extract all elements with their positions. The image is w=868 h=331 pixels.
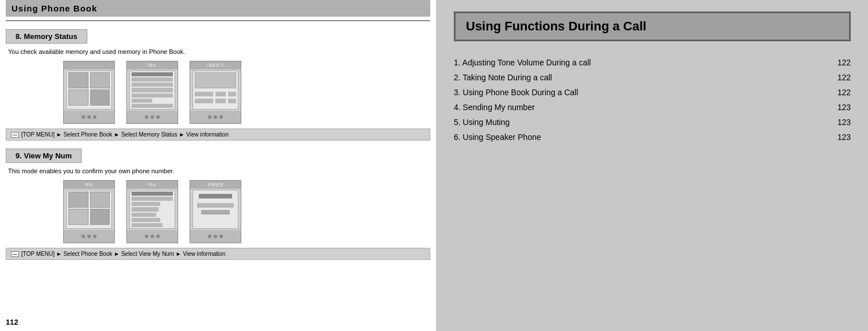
phone-keypad-2 bbox=[127, 111, 178, 123]
page-header-text: Using Phone Book bbox=[11, 3, 97, 13]
phone-top-bar-2: 메뉴 bbox=[127, 61, 178, 69]
phone-top-bar-5: 메뉴 bbox=[127, 181, 178, 189]
left-panel: Using Phone Book 8. Memory Status You ch… bbox=[0, 0, 437, 331]
section-memory-status: 8. Memory Status You check available mem… bbox=[6, 29, 430, 141]
section-8-menu-bar: — [TOP MENU] ► Select Phone Book ► Selec… bbox=[6, 128, 430, 141]
section-title-9: 9. View My Num bbox=[6, 149, 82, 163]
page-header: Using Phone Book bbox=[6, 0, 430, 17]
toc-list: 1. Adjusting Tone Volume During a call 1… bbox=[454, 55, 851, 145]
menu-icon-9: — bbox=[11, 251, 19, 257]
phone-mock-6: 전화번호 bbox=[190, 180, 241, 243]
right-title-text: Using Functions During a Call bbox=[466, 19, 839, 34]
phone-top-bar-3: 내용보기 bbox=[190, 61, 241, 69]
phone-mock-4: 메뉴 bbox=[63, 180, 115, 243]
toc-item-4: 4. Sending My number 123 bbox=[454, 100, 851, 115]
phone-mock-5: 메뉴 bbox=[126, 180, 178, 243]
phone-keypad-1 bbox=[64, 111, 114, 123]
toc-item-1: 1. Adjusting Tone Volume During a call 1… bbox=[454, 55, 851, 70]
phone-keypad-4 bbox=[64, 230, 114, 243]
phone-screen-3 bbox=[192, 71, 238, 110]
toc-item-5: 5. Using Muting 123 bbox=[454, 115, 851, 130]
phone-screen-2 bbox=[129, 71, 175, 110]
toc-label-5: 5. Using Muting bbox=[454, 118, 828, 127]
section-9-description: This mode enables you to confirm your ow… bbox=[6, 168, 430, 174]
section-9-title-text: 9. View My Num bbox=[16, 151, 72, 160]
toc-label-3: 3. Using Phone Book During a Call bbox=[454, 88, 828, 97]
toc-page-1: 122 bbox=[828, 58, 851, 67]
toc-item-2: 2. Taking Note During a call 122 bbox=[454, 70, 851, 85]
phone-screen-5 bbox=[129, 190, 175, 229]
page-number: 112 bbox=[6, 318, 18, 326]
section-9-menu-text: [TOP MENU] ► Select Phone Book ► Select … bbox=[21, 251, 225, 257]
phone-top-bar-6: 전화번호 bbox=[190, 181, 241, 189]
phone-mock-2: 메뉴 bbox=[126, 61, 178, 124]
right-title-box: Using Functions During a Call bbox=[454, 11, 851, 41]
toc-page-5: 123 bbox=[828, 118, 851, 127]
section-8-phone-images: 메뉴 내용보기 bbox=[6, 61, 430, 124]
phone-keypad-6 bbox=[190, 230, 241, 243]
phone-top-bar-1 bbox=[64, 61, 114, 69]
menu-icon-8: — bbox=[11, 132, 19, 138]
section-8-title-text: 8. Memory Status bbox=[16, 32, 78, 41]
phone-keypad-3 bbox=[190, 111, 241, 123]
phone-screen-4 bbox=[66, 190, 112, 229]
toc-item-6: 6. Using Speaker Phone 123 bbox=[454, 130, 851, 145]
section-9-phone-images: 메뉴 메뉴 bbox=[6, 180, 430, 243]
phone-mock-3: 내용보기 bbox=[190, 61, 241, 124]
toc-label-6: 6. Using Speaker Phone bbox=[454, 133, 828, 142]
toc-page-6: 123 bbox=[828, 133, 851, 142]
header-divider bbox=[6, 20, 430, 21]
section-view-my-num: 9. View My Num This mode enables you to … bbox=[6, 149, 430, 260]
toc-page-3: 122 bbox=[828, 88, 851, 97]
right-panel: Using Functions During a Call 1. Adjusti… bbox=[437, 0, 868, 331]
phone-screen-6 bbox=[192, 190, 238, 229]
toc-page-4: 123 bbox=[828, 103, 851, 112]
toc-label-4: 4. Sending My number bbox=[454, 103, 828, 112]
toc-page-2: 122 bbox=[828, 73, 851, 82]
toc-label-1: 1. Adjusting Tone Volume During a call bbox=[454, 58, 828, 67]
phone-mock-1 bbox=[63, 61, 115, 124]
toc-label-2: 2. Taking Note During a call bbox=[454, 73, 828, 82]
toc-item-3: 3. Using Phone Book During a Call 122 bbox=[454, 85, 851, 100]
section-8-menu-text: [TOP MENU] ► Select Phone Book ► Select … bbox=[21, 131, 229, 138]
phone-keypad-5 bbox=[127, 230, 178, 243]
section-9-menu-bar: — [TOP MENU] ► Select Phone Book ► Selec… bbox=[6, 248, 430, 260]
section-title-8: 8. Memory Status bbox=[6, 29, 87, 44]
phone-screen-1 bbox=[66, 71, 112, 110]
phone-top-bar-4: 메뉴 bbox=[64, 181, 114, 189]
section-8-description: You check available memory and used memo… bbox=[6, 48, 430, 55]
